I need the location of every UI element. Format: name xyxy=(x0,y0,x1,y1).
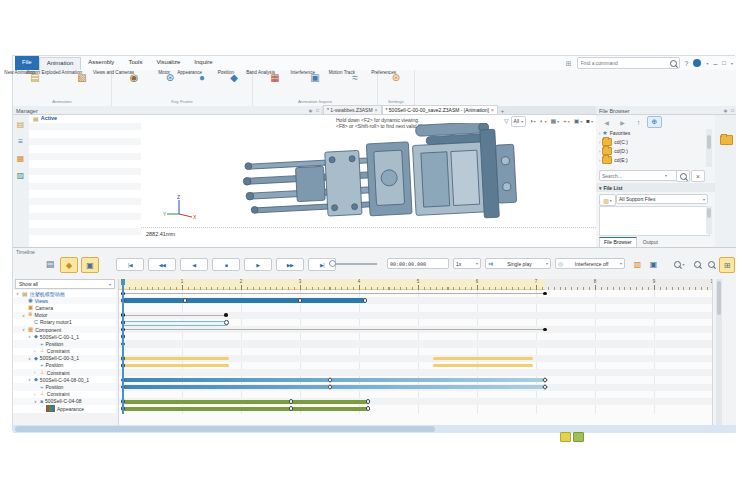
timeline-row-500sell-c-04-08-00-1[interactable]: ∨◆500Sell-C-04-08-00_1 xyxy=(13,376,116,383)
timeline-bar-green[interactable] xyxy=(123,400,368,404)
timeline-row-500sell-c-00-1-1[interactable]: ∨◆500Sell-C-00-1_1 xyxy=(13,333,116,340)
ribbon-button-position[interactable]: ◆Position xyxy=(219,71,249,84)
scrollbar-thumb[interactable] xyxy=(15,426,435,432)
timeline-chart-row[interactable] xyxy=(119,326,713,333)
up-button[interactable]: ↑ xyxy=(631,116,646,128)
layout-button[interactable]: ■▾ xyxy=(585,117,594,126)
keyframe[interactable] xyxy=(542,384,548,390)
forward-button[interactable]: ▶ xyxy=(615,116,630,128)
file-type-combo[interactable]: All Support Files ▾ xyxy=(616,194,708,204)
timeline-chart-row[interactable] xyxy=(119,362,713,369)
auto-keyframe-button[interactable]: ◆ xyxy=(60,257,78,273)
folder-dock-icon[interactable] xyxy=(720,135,733,145)
expand-caret-icon[interactable]: › xyxy=(34,349,38,354)
stop-button[interactable]: ■ xyxy=(212,258,240,271)
sync-button[interactable]: ⊕ xyxy=(647,116,662,128)
search-icon[interactable] xyxy=(670,60,677,67)
timeline-bar-yellow[interactable] xyxy=(123,364,229,368)
timeline-row-constraint[interactable]: ›⊥Constraint xyxy=(13,391,116,398)
manager-item-active[interactable]: ▤Active xyxy=(29,115,141,123)
timeline-row-position[interactable]: +Position xyxy=(13,340,116,347)
timeline-chart-row[interactable] xyxy=(119,369,713,376)
timeline-row-position[interactable]: +Position xyxy=(13,362,116,369)
browser-autohide-icon[interactable]: ∗ xyxy=(723,107,728,114)
timeline-row-position[interactable]: +Position xyxy=(13,383,116,390)
go-to-start-button[interactable]: |◀ xyxy=(116,258,144,271)
menu-tab-tools[interactable]: Tools xyxy=(121,56,149,70)
timeline-row-motor[interactable]: ∨⊛Motor xyxy=(13,312,116,319)
animation-manager-icon[interactable]: ▤ xyxy=(15,119,26,130)
help-icon[interactable]: ? xyxy=(685,60,689,67)
timeline-row-rotary-motor1[interactable]: CRotary motor1 xyxy=(13,319,116,326)
timeline-row-appearance[interactable]: Appearance xyxy=(13,405,116,412)
clear-filter-button[interactable]: × xyxy=(691,170,705,182)
timeline-chart-row[interactable] xyxy=(119,355,713,362)
manager-close-icon[interactable]: □ xyxy=(316,107,319,114)
timeline-bar-green[interactable] xyxy=(123,407,368,411)
interference-combo[interactable]: ◎ Interference off ▾ xyxy=(555,258,625,269)
timeline-chart-row[interactable] xyxy=(119,340,713,347)
ribbon-button-appearance[interactable]: ●Appearance xyxy=(187,71,217,84)
file-tree-item-cd-d-[interactable]: ›cd(D:) xyxy=(596,147,707,155)
fit-timeline-button[interactable]: ⊞ xyxy=(719,257,735,273)
avatar-caret-icon[interactable]: ▾ xyxy=(706,61,708,66)
timeline-row-500sell-c-04-08[interactable]: ∨■500Sell-C-04-08 xyxy=(13,398,116,405)
shade-button[interactable]: ◐▾ xyxy=(539,117,548,126)
file-tree-item-cd-c-[interactable]: ›cd(C:) xyxy=(596,138,707,146)
close-tab-icon[interactable]: × xyxy=(491,106,494,114)
timeline-row-component[interactable]: ∨▦Component xyxy=(13,326,116,333)
timeline-bar-yellow[interactable] xyxy=(433,357,533,361)
back-button[interactable]: ◀ xyxy=(599,116,614,128)
play-button[interactable]: ▶ xyxy=(244,258,272,271)
playhead[interactable] xyxy=(122,279,124,414)
manager-autohide-icon[interactable]: ∗ xyxy=(308,107,313,114)
menu-tab-assembly[interactable]: Assembly xyxy=(81,56,121,70)
timeline-row-constraint[interactable]: ›⊥Constraint xyxy=(13,369,116,376)
search-button[interactable] xyxy=(676,170,690,182)
keyframe[interactable] xyxy=(224,320,229,325)
camera-snapshot-button[interactable]: ▣ xyxy=(81,257,99,273)
menu-tab-animation[interactable]: Animation xyxy=(39,57,82,70)
timeline-chart-row[interactable] xyxy=(119,398,713,405)
user-avatar-icon[interactable] xyxy=(693,59,701,67)
view-columns-button[interactable]: ▥ ▾ xyxy=(599,194,616,206)
timeline-chart-row[interactable] xyxy=(119,297,713,304)
close-tab-icon[interactable]: × xyxy=(375,106,378,114)
row-filter-combo[interactable]: Show all ▾ xyxy=(15,279,115,289)
timeline-chart-row[interactable] xyxy=(119,319,713,326)
timeline-bar-motor[interactable] xyxy=(123,321,228,327)
timeline-row-constraint[interactable]: ›⊥Constraint xyxy=(13,348,116,355)
ribbon-button-motion-track[interactable]: ≈Motion Track xyxy=(336,71,374,84)
expand-caret-icon[interactable]: › xyxy=(599,158,600,163)
time-field[interactable]: 00:00:00.000 xyxy=(387,258,449,269)
timeline-bar-views[interactable] xyxy=(123,298,365,303)
expand-caret-icon[interactable]: ∨ xyxy=(28,356,32,361)
expand-caret-icon[interactable]: ∨ xyxy=(34,399,38,404)
panel-tab-file-browser[interactable]: File Browser xyxy=(599,237,637,247)
forward-button[interactable]: ▶▶ xyxy=(276,258,304,271)
refresh-display-button[interactable]: ▣ xyxy=(647,257,660,271)
timeline-bar-yellow[interactable] xyxy=(123,357,229,361)
timeline-bar-yellow[interactable] xyxy=(433,364,533,368)
pin-button[interactable]: +▾ xyxy=(562,117,571,126)
speed-combo[interactable]: 1x ▾ xyxy=(453,258,481,269)
timeline-chart-row[interactable] xyxy=(119,376,713,383)
expand-caret-icon[interactable]: › xyxy=(34,370,38,375)
assembly-manager-icon[interactable]: ≡ xyxy=(15,136,26,147)
maximize-icon[interactable]: □ xyxy=(722,60,726,66)
timeline-ruler[interactable]: 12345678910 xyxy=(119,279,713,290)
timeline-horizontal-scrollbar[interactable] xyxy=(13,425,736,433)
expand-caret-icon[interactable]: ∨ xyxy=(22,313,26,318)
file-tree-item-favorites[interactable]: ›★Favorites xyxy=(596,129,707,137)
command-search-input[interactable] xyxy=(577,57,680,69)
file-list-area[interactable] xyxy=(599,206,710,236)
ribbon-button-band-analysis[interactable]: ▦Band Analysis xyxy=(256,71,294,84)
history-manager-icon[interactable]: ▦ xyxy=(15,153,26,164)
background-button[interactable]: ▦▾ xyxy=(549,117,560,126)
keyframe[interactable] xyxy=(363,298,368,303)
timeline-vertical-scrollbar[interactable] xyxy=(716,279,722,425)
file-tree-item-cd-e-[interactable]: ›cd(E:) xyxy=(596,156,707,164)
timeline-chart-row[interactable] xyxy=(119,384,713,391)
panel-tab-output[interactable]: Output xyxy=(639,238,662,247)
window-button[interactable]: ▣▾ xyxy=(573,117,584,126)
